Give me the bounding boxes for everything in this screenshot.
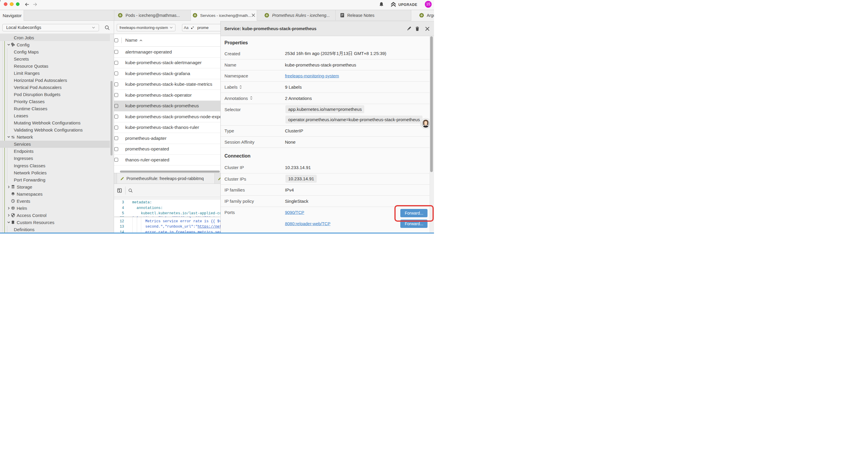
svg-text:HELM: HELM <box>11 208 14 209</box>
